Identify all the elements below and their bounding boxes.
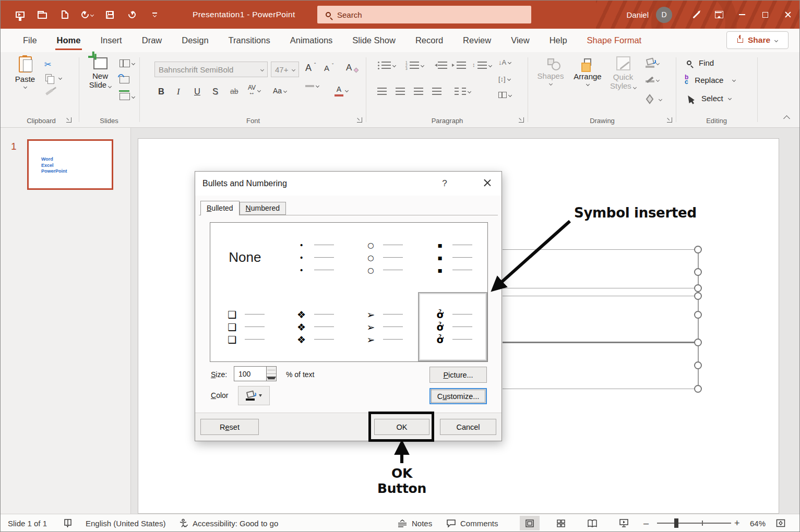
convert-smartart-button[interactable] [498, 92, 511, 98]
spinner-down-icon[interactable] [267, 374, 276, 381]
italic-button[interactable]: I [177, 87, 180, 97]
layout-button[interactable] [120, 59, 135, 67]
maximize-button[interactable] [754, 1, 777, 29]
text-shadow-button[interactable]: S [212, 87, 218, 96]
clear-formatting-button[interactable]: A [346, 63, 358, 73]
text-highlight-button[interactable] [305, 84, 319, 87]
bullet-option-shadow-square[interactable]: ❑ ❑ ❑ [210, 292, 280, 361]
tab-slide-show[interactable]: Slide Show [342, 29, 405, 52]
zoom-slider-track[interactable] [657, 523, 731, 524]
tab-bulleted[interactable]: Bulleted [200, 201, 240, 215]
slide-sorter-view-button[interactable] [551, 516, 571, 530]
increase-indent-button[interactable] [457, 62, 466, 69]
selection-handle[interactable] [694, 284, 702, 292]
bullet-option-hollow-round[interactable]: ○ ○ ○ [349, 223, 419, 292]
redo-button[interactable] [123, 7, 141, 22]
bullet-option-none[interactable]: None [210, 223, 280, 292]
collapse-ribbon-button[interactable] [783, 115, 790, 122]
customize-button[interactable]: Customize... [429, 388, 487, 404]
select-button[interactable]: Select [687, 94, 731, 103]
tab-shape-format[interactable]: Shape Format [577, 29, 652, 52]
size-spinner[interactable] [266, 366, 277, 381]
tab-transitions[interactable]: Transitions [219, 29, 280, 52]
tab-file[interactable]: File [13, 29, 47, 52]
search-input[interactable]: Search [317, 6, 531, 23]
spinner-up-icon[interactable] [267, 367, 276, 374]
zoom-out-button[interactable]: – [643, 514, 649, 532]
fit-to-window-button[interactable] [776, 514, 785, 532]
zoom-in-button[interactable]: + [734, 514, 740, 532]
selection-handle[interactable] [694, 311, 702, 319]
shapes-button[interactable]: Shapes [536, 58, 565, 85]
character-spacing-button[interactable]: AV↔ [248, 86, 260, 95]
notes-button[interactable]: Notes [397, 514, 432, 532]
new-slide-button[interactable]: NewSlide [84, 57, 116, 89]
cut-button[interactable]: ✂ [44, 59, 51, 69]
undo-dropdown-icon[interactable] [90, 13, 93, 16]
font-size-select[interactable]: 47+ [271, 62, 299, 77]
underline-button[interactable]: U [194, 87, 200, 96]
justify-button[interactable] [432, 88, 441, 95]
replace-button[interactable]: bcReplace [685, 75, 735, 84]
comments-button[interactable]: Comments [446, 514, 498, 532]
cancel-button[interactable]: Cancel [440, 419, 496, 435]
zoom-percentage[interactable]: 64% [750, 514, 766, 532]
tab-numbered[interactable]: Numbered [240, 202, 286, 215]
slideshow-view-button[interactable] [614, 516, 634, 530]
bullet-option-filled-square[interactable]: ▪ ▪ ▪ [418, 223, 487, 292]
picture-button[interactable]: Picture... [429, 367, 487, 383]
align-left-button[interactable] [377, 88, 387, 95]
font-name-select[interactable]: Bahnschrift SemiBold [154, 62, 268, 77]
clipboard-dialog-launcher[interactable] [66, 117, 71, 123]
line-spacing-button[interactable] [477, 62, 492, 69]
minimize-button[interactable] [731, 1, 754, 29]
save-button[interactable] [101, 7, 118, 22]
selection-handle[interactable] [694, 292, 702, 300]
selection-handle[interactable] [694, 246, 702, 253]
align-text-button[interactable]: [↕] [498, 75, 510, 83]
section-button[interactable] [120, 93, 135, 100]
customize-qat-button[interactable] [146, 7, 163, 22]
reset-slide-button[interactable] [120, 76, 129, 83]
normal-view-button[interactable] [520, 516, 540, 530]
slide-indicator[interactable]: Slide 1 of 1 [8, 514, 47, 532]
font-dialog-launcher[interactable] [357, 117, 362, 123]
selection-handle[interactable] [694, 268, 702, 276]
tab-review[interactable]: Review [453, 29, 501, 52]
bullet-option-arrow[interactable]: ➢ ➢ ➢ [349, 292, 419, 361]
color-picker-button[interactable] [238, 386, 270, 405]
tab-view[interactable]: View [501, 29, 539, 52]
accessibility-button[interactable]: Accessibility: Good to go [179, 514, 278, 532]
slide-thumbnail[interactable]: Word Excel PowerPoint [27, 139, 113, 190]
undo-button[interactable] [78, 7, 96, 22]
user-name[interactable]: Daniel [626, 10, 649, 19]
close-button[interactable] [777, 1, 799, 29]
paragraph-dialog-launcher[interactable] [519, 117, 524, 123]
new-file-button[interactable] [56, 7, 74, 22]
shape-fill-button[interactable] [646, 58, 659, 68]
tab-home[interactable]: Home [47, 29, 91, 52]
paste-button[interactable]: Paste [10, 56, 40, 88]
columns-button[interactable] [455, 88, 471, 95]
dialog-close-button[interactable] [481, 176, 494, 189]
find-button[interactable]: Find [687, 58, 714, 67]
tab-animations[interactable]: Animations [280, 29, 343, 52]
align-center-button[interactable] [396, 88, 405, 95]
change-case-button[interactable]: Aa [273, 87, 286, 95]
format-painter-button[interactable] [45, 91, 53, 93]
strikethrough-button[interactable]: ab [230, 87, 238, 95]
reset-button[interactable]: Reset [200, 419, 259, 435]
tab-record[interactable]: Record [405, 29, 453, 52]
share-button[interactable]: Share [726, 31, 789, 49]
selection-handle[interactable] [694, 338, 702, 346]
tab-design[interactable]: Design [172, 29, 218, 52]
ribbon-display-options-button[interactable] [708, 1, 731, 29]
grow-font-button[interactable]: Aˆ [305, 63, 316, 74]
drawing-dialog-launcher[interactable] [667, 117, 672, 123]
numbering-button[interactable] [410, 62, 424, 69]
tab-help[interactable]: Help [540, 29, 577, 52]
align-right-button[interactable] [414, 88, 423, 95]
language-button[interactable]: English (United States) [86, 514, 165, 532]
arrange-button[interactable]: Arrange [571, 58, 604, 86]
shape-effects-button[interactable] [647, 96, 662, 102]
